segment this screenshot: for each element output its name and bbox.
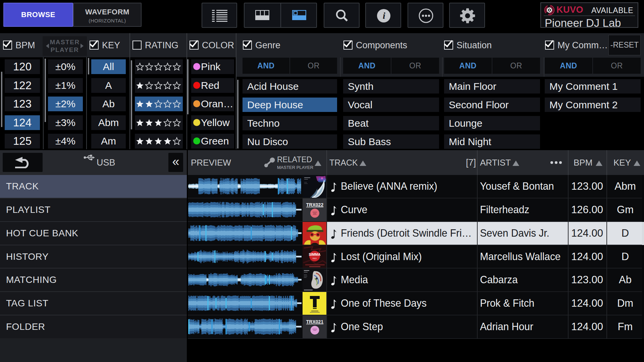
svg-text:SIMMA: SIMMA <box>309 252 321 256</box>
svg-text:RED: RED <box>313 257 317 259</box>
svg-text:TRX021: TRX021 <box>306 319 324 324</box>
svg-text:TRX022: TRX022 <box>306 202 324 207</box>
svg-text:i: i <box>383 10 385 21</box>
